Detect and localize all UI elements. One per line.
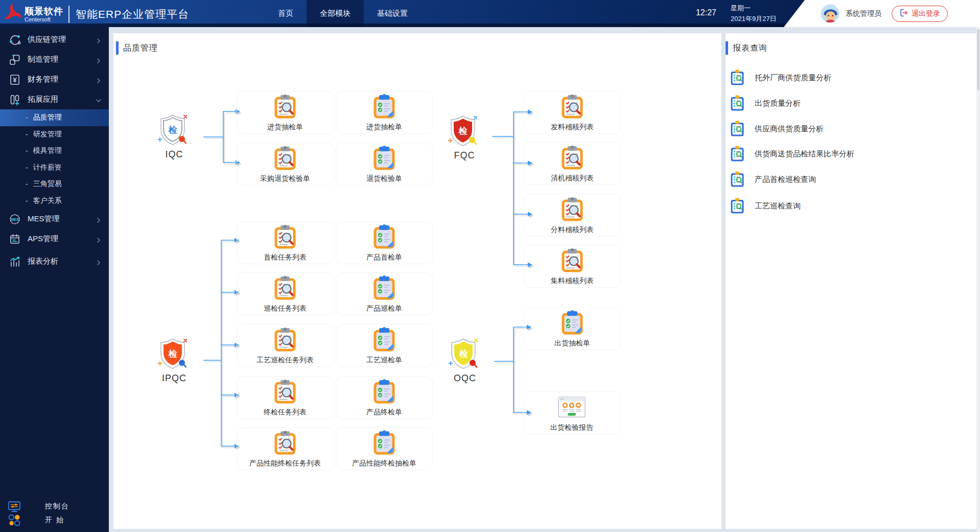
page-title-block: 品质管理 [116, 41, 158, 55]
clock-time: 12:27 [691, 0, 721, 26]
flow-node[interactable]: 退货检验单 [336, 143, 433, 186]
shield-stage-ipqc: 检 IPQC [157, 337, 191, 384]
sidebar-item-0[interactable]: 供应链管理 [0, 30, 109, 50]
sidebar-item-label: 供应链管理 [28, 35, 96, 44]
shield-stage-iqc: 检 IQC [157, 113, 191, 160]
flow-node[interactable]: 产品性能终检任务列表 [237, 427, 334, 470]
logout-label: 退出登录 [912, 9, 940, 18]
sidebar-item-3[interactable]: 拓展应用 [0, 89, 109, 109]
sidebar-subitem-label: 三角贸易 [33, 179, 62, 189]
flow-node[interactable]: 终检任务列表 [237, 376, 334, 419]
sidebar-subitem-4[interactable]: - 品质管理 [0, 109, 109, 126]
flow-node-label: 工艺巡检任务列表 [256, 355, 314, 364]
start-button[interactable]: 开 始 [0, 513, 109, 527]
svg-text:检: 检 [168, 349, 178, 359]
sidebar-item-2[interactable]: 财务管理 [0, 70, 109, 89]
sidebar-item-label: 制造管理 [28, 55, 96, 64]
flow-node[interactable]: 发料稽核列表 [524, 91, 621, 134]
inspect-list-icon [272, 224, 298, 249]
flow-node-label: 工艺巡检单 [366, 355, 402, 364]
sidebar-subitem-6[interactable]: - 模具管理 [0, 143, 109, 159]
report-query-label: 产品首检巡检查询 [755, 175, 816, 184]
flow-node[interactable]: 工艺巡检单 [336, 324, 433, 367]
flow-node-label: 产品性能终检任务列表 [249, 458, 321, 468]
app-title: 智能ERP企业管理平台 [76, 7, 189, 21]
flow-node-label: 产品终检单 [366, 407, 402, 417]
brand-name: 顺景软件 [25, 6, 63, 16]
inspect-list-icon [559, 94, 585, 119]
report-query-item[interactable]: 供货商送货品检结果比率分析 [730, 141, 970, 167]
flow-node[interactable]: 产品首检单 [336, 221, 433, 264]
flow-node-label: 出货检验报告 [550, 423, 593, 432]
sidebar-subitem-label: 客户关系 [33, 196, 62, 205]
report-query-item[interactable]: 托外厂商供货质量分析 [730, 65, 970, 90]
console-button[interactable]: 控制台 [0, 499, 109, 513]
flow-node-label: 产品巡检单 [366, 304, 402, 313]
brand-logo-block[interactable]: 顺景软件 Centersoft 智能ERP企业管理平台 [3, 3, 189, 26]
vertical-scrollbar[interactable] [976, 27, 980, 532]
sidebar-subitem-label: 模具管理 [33, 146, 62, 155]
stage-label: FQC [454, 150, 475, 161]
flow-node[interactable]: 巡检任务列表 [237, 272, 334, 315]
flow-node[interactable]: 产品性能终检抽检单 [336, 427, 433, 470]
flow-node-label: 清机稽核列表 [551, 173, 594, 182]
report-query-icon [730, 69, 745, 86]
avatar[interactable] [821, 4, 839, 23]
flow-node[interactable]: 产品终检单 [336, 376, 433, 419]
flow-node[interactable]: 清机稽核列表 [524, 142, 621, 185]
sidebar-subitem-9[interactable]: - 客户关系 [0, 193, 109, 210]
chevron-down-icon [96, 97, 102, 103]
nav-tab-basic-settings[interactable]: 基础设置 [364, 0, 421, 27]
report-query-item[interactable]: 供应商供货质量分析 [730, 116, 970, 142]
inspect-list-icon [272, 275, 298, 300]
sidebar-subitem-8[interactable]: - 三角贸易 [0, 176, 109, 193]
flow-node[interactable]: 集料稽核列表 [524, 245, 621, 288]
chevron-right-icon [96, 259, 102, 265]
nav-tab-home[interactable]: 首页 [265, 0, 307, 27]
flow-node[interactable]: 出货抽检单 [524, 307, 621, 350]
report-query-item[interactable]: 产品首检巡检查询 [730, 167, 970, 192]
main-nav: 首页 全部模块 基础设置 [265, 0, 421, 27]
sidebar-subitem-7[interactable]: - 计件薪资 [0, 159, 109, 176]
report-query-item[interactable]: 工艺巡检查询 [730, 193, 970, 219]
flow-node[interactable]: 采购退货检验单 [237, 143, 334, 186]
flow-node[interactable]: 工艺巡检任务列表 [237, 324, 334, 367]
flow-node[interactable]: 首检任务列表 [237, 221, 334, 264]
report-query-label: 供货商送货品检结果比率分析 [755, 149, 854, 159]
sidebar-item-12[interactable]: 报表分析 [0, 251, 109, 271]
sidebar-item-label: 报表分析 [28, 257, 96, 266]
svg-text:检: 检 [459, 349, 469, 359]
flow-node[interactable]: 分料稽核列表 [524, 194, 621, 237]
subitem-dash: - [26, 113, 28, 122]
flow-node-label: 采购退货检验单 [260, 174, 310, 183]
inspect-list-icon [272, 94, 298, 119]
page-title: 品质管理 [123, 43, 158, 54]
logout-button[interactable]: 退出登录 [892, 6, 948, 22]
sidebar-item-11[interactable]: APS管理 [0, 229, 109, 249]
nav-tab-all-modules[interactable]: 全部模块 [307, 0, 364, 27]
report-window-icon [557, 394, 586, 420]
report-query-icon [730, 145, 745, 163]
flow-node-label: 首检任务列表 [264, 252, 307, 262]
chevron-right-icon [96, 37, 102, 43]
title-accent-bar [116, 41, 119, 55]
check-form-icon [371, 94, 397, 119]
sidebar-item-1[interactable]: 制造管理 [0, 50, 109, 70]
flow-node[interactable]: 进货抽检单 [336, 91, 433, 134]
flow-node[interactable]: 进货抽检单 [237, 91, 334, 134]
finance-icon [9, 74, 21, 86]
flow-node[interactable]: 出货检验报告 [523, 391, 620, 434]
inspect-list-icon [272, 379, 298, 404]
sidebar-item-label: 财务管理 [28, 75, 96, 84]
start-icon [8, 514, 21, 527]
flow-node[interactable]: 产品巡检单 [336, 272, 433, 315]
sidebar-menu: 供应链管理 制造管理 财务管理 拓展应用 - 品质管理- 研发管理- 模具管理-… [0, 27, 109, 271]
brand-name-en: Centersoft [25, 16, 63, 23]
sidebar-subitem-label: 计件薪资 [33, 163, 62, 172]
sidebar-item-10[interactable]: MES MES管理 [0, 209, 109, 229]
shield-yellow-icon: 检 [448, 337, 482, 372]
sidebar-subitem-5[interactable]: - 研发管理 [0, 126, 109, 143]
report-query-item[interactable]: 出货质量分析 [730, 90, 970, 116]
sidebar-item-label: APS管理 [28, 234, 96, 244]
subitem-dash: - [26, 147, 28, 155]
